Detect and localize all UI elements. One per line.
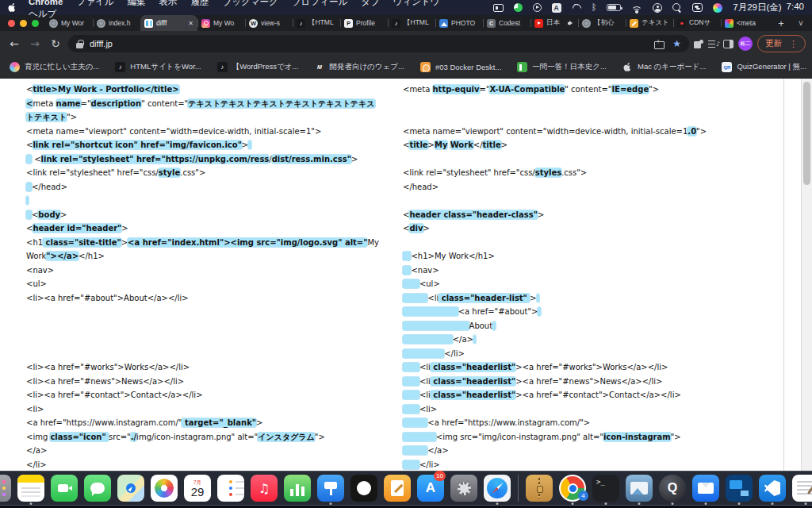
tab-overflow-button[interactable]: ˅ bbox=[790, 15, 812, 31]
menu-item-window[interactable]: ウィンドウ bbox=[393, 0, 440, 6]
control-center-icon[interactable] bbox=[692, 3, 703, 12]
tab-15[interactable]: <meta bbox=[721, 15, 768, 31]
side-panel-icon[interactable] bbox=[723, 40, 733, 48]
diff-highlight: class="headerlist" bbox=[431, 391, 515, 399]
dock-maps-icon[interactable] bbox=[117, 472, 145, 504]
input-source-icon[interactable]: A bbox=[552, 3, 561, 13]
tab-14[interactable]: CDNサ bbox=[673, 15, 721, 31]
dock-github-icon[interactable] bbox=[350, 472, 378, 504]
dock-messages-icon[interactable] bbox=[83, 472, 112, 504]
code-line-right-24: <li> bbox=[403, 402, 776, 417]
minimize-window-button[interactable] bbox=[20, 20, 27, 27]
siri-icon[interactable] bbox=[713, 3, 722, 13]
dock-chrome-icon[interactable]: 4 bbox=[558, 472, 587, 504]
green-app-status-icon[interactable] bbox=[514, 3, 523, 12]
dock-launchpad-icon[interactable] bbox=[0, 472, 12, 504]
reading-list-icon[interactable] bbox=[708, 40, 718, 48]
dock-quicktime-player-icon[interactable]: Q bbox=[658, 472, 687, 504]
dock-keynote-icon[interactable] bbox=[316, 472, 345, 504]
code-text: <h1>My Work</h1> bbox=[411, 252, 494, 260]
scrollbar-thumb[interactable] bbox=[803, 82, 810, 185]
dock-mail-icon[interactable] bbox=[691, 472, 720, 504]
dock-app-store-icon[interactable]: A10 bbox=[416, 472, 445, 504]
play-circle-icon[interactable] bbox=[533, 3, 542, 12]
diff-highlight: style bbox=[159, 168, 180, 177]
dock-pages-icon[interactable] bbox=[383, 472, 412, 504]
update-chip[interactable]: 更新 ⋮ bbox=[757, 35, 806, 52]
claw-status-icon[interactable] bbox=[572, 3, 581, 12]
menu-item-file[interactable]: ファイル bbox=[76, 0, 113, 6]
bluetooth-icon[interactable]: ᛒ bbox=[592, 2, 597, 13]
dock-terminal-icon[interactable]: >_ bbox=[592, 472, 620, 504]
dock-numbers-icon[interactable] bbox=[283, 472, 312, 504]
user-switch-icon[interactable] bbox=[653, 3, 662, 13]
dock-vscode-icon[interactable] bbox=[758, 472, 787, 504]
bookmark-item-8[interactable]: QuizGenerator | 無... bbox=[722, 62, 806, 72]
address-bar[interactable]: difff.jp ★ bbox=[68, 35, 689, 52]
bookmark-item-6[interactable]: 一問一答！日本史ク... bbox=[517, 62, 607, 72]
tab-12[interactable]: 【初心 bbox=[578, 15, 626, 31]
close-window-button[interactable] bbox=[8, 20, 15, 27]
code-line-right-16: <li class="header-list" > bbox=[403, 291, 776, 306]
apple-menu-icon[interactable] bbox=[8, 2, 19, 13]
reminders-app-icon bbox=[217, 475, 244, 502]
url-text[interactable]: difff.jp bbox=[90, 39, 113, 48]
zoom-window-button[interactable] bbox=[32, 20, 39, 27]
menu-clock[interactable]: 7月29日(金) 7:40 bbox=[733, 2, 804, 13]
card-status-icon[interactable] bbox=[493, 4, 504, 12]
extensions-icon[interactable] bbox=[694, 39, 703, 48]
menu-item-view[interactable]: 表示 bbox=[159, 0, 177, 6]
lock-icon[interactable] bbox=[76, 40, 83, 48]
dock-textedit-icon[interactable] bbox=[791, 472, 812, 504]
dock-notes-icon[interactable] bbox=[17, 472, 45, 504]
bookmark-item-1[interactable]: 育児に忙しい主夫の... bbox=[10, 62, 99, 72]
tab-close-icon[interactable]: ✕ bbox=[187, 20, 193, 27]
spotlight-search-icon[interactable] bbox=[672, 3, 682, 13]
menu-item-help[interactable]: ヘルプ bbox=[29, 9, 56, 18]
dock-preview-icon[interactable] bbox=[625, 472, 653, 504]
page-scrollbar[interactable] bbox=[801, 79, 812, 471]
bookmark-item-5[interactable]: #03 Docker Deskt... bbox=[420, 62, 501, 72]
dock-facetime-icon[interactable] bbox=[50, 472, 79, 504]
share-icon[interactable] bbox=[654, 39, 663, 49]
forward-button[interactable]: → bbox=[27, 37, 43, 50]
reload-button[interactable]: ↻ bbox=[48, 37, 63, 50]
facetime-app-icon bbox=[51, 475, 78, 502]
menu-item-chrome[interactable]: Chrome bbox=[29, 0, 63, 6]
menu-item-history[interactable]: 履歴 bbox=[190, 0, 209, 6]
dock-calendar-icon[interactable]: 7月29 bbox=[183, 472, 212, 504]
code-text: </li> bbox=[444, 349, 465, 358]
menu-item-edit[interactable]: 編集 bbox=[127, 0, 145, 6]
wifi-icon[interactable] bbox=[631, 3, 642, 12]
dock-safari-icon[interactable] bbox=[483, 472, 511, 504]
dock-archive-utility-icon[interactable] bbox=[525, 472, 553, 504]
bookmark-item-4[interactable]: 開発者向けのウェブ... bbox=[314, 62, 404, 72]
menu-item-profile[interactable]: プロフィール bbox=[292, 0, 347, 6]
battery-icon[interactable] bbox=[607, 4, 621, 11]
chrome-menu-icon[interactable]: ⋮ bbox=[789, 39, 798, 49]
dock-remote-desktop-icon[interactable] bbox=[725, 472, 753, 504]
audio-playing-icon[interactable] bbox=[568, 20, 574, 26]
code-line-right-21: <li class="headerlist"><a href="#works">… bbox=[403, 360, 776, 375]
menu-item-tab[interactable]: タブ bbox=[361, 0, 380, 6]
tab-13[interactable]: テキスト bbox=[626, 15, 673, 31]
code-text: > bbox=[121, 238, 128, 247]
bookmark-star-icon[interactable]: ★ bbox=[672, 38, 681, 49]
bookmark-item-3[interactable]: 【WordPressでオ... bbox=[217, 62, 299, 72]
code-line-left-12: <h1 class="site-title"><a href="index.ht… bbox=[26, 236, 385, 250]
dock-system-settings-icon[interactable] bbox=[450, 472, 478, 504]
tab-11[interactable]: 日本 bbox=[530, 15, 578, 31]
dock-reminders-icon[interactable] bbox=[216, 472, 245, 504]
code-text: <li bbox=[419, 391, 431, 399]
code-text: > bbox=[538, 210, 544, 219]
bookmark-item-7[interactable]: Mac のキーボード... bbox=[622, 62, 706, 72]
back-button[interactable]: ← bbox=[6, 37, 22, 50]
code-text: <img bbox=[26, 433, 50, 441]
dock-music-icon[interactable]: ♫ bbox=[250, 472, 278, 504]
bookmark-item-2[interactable]: HTMLサイトをWor... bbox=[115, 62, 201, 72]
menu-item-bookmarks[interactable]: ブックマーク bbox=[222, 0, 278, 6]
profile-avatar[interactable]: 柘二 bbox=[738, 37, 753, 51]
new-tab-button[interactable]: + bbox=[772, 15, 790, 31]
dock-photos-icon[interactable] bbox=[150, 472, 178, 504]
remote-desktop-app-icon bbox=[726, 475, 753, 502]
